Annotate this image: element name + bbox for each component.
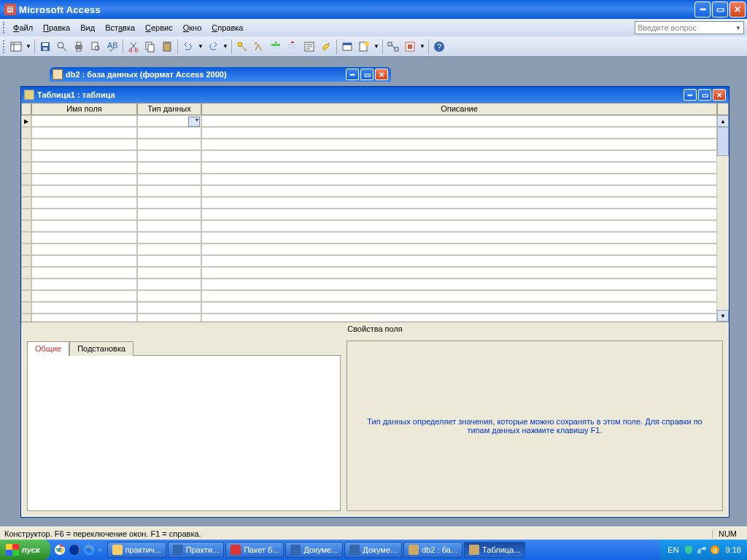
copy-button[interactable] <box>142 39 158 55</box>
taskbar-item[interactable]: Докуме... <box>344 542 402 558</box>
database-window[interactable]: db2 : база данных (формат Access 2000) ━… <box>50 67 391 82</box>
menu-edit[interactable]: Правка <box>39 21 74 34</box>
cell-fieldname[interactable] <box>31 197 137 209</box>
view-button[interactable] <box>8 39 24 55</box>
cell-fieldname[interactable] <box>31 314 137 322</box>
taskbar-item[interactable]: практич... <box>107 542 166 558</box>
taskbar-item[interactable]: db2 : ба... <box>403 542 462 558</box>
cell-fieldname[interactable] <box>31 232 137 244</box>
menu-window[interactable]: Окно <box>179 21 206 34</box>
row-selector[interactable] <box>21 220 31 232</box>
cell-datatype[interactable] <box>137 267 201 279</box>
cut-button[interactable] <box>125 39 142 55</box>
cell-fieldname[interactable] <box>31 174 137 185</box>
table-window-titlebar[interactable]: Таблица1 : таблица ━ ▭ ✕ <box>21 87 729 103</box>
row-selector[interactable] <box>21 255 31 267</box>
taskbar-item[interactable]: Докуме... <box>285 542 343 558</box>
cell-fieldname[interactable] <box>31 115 137 127</box>
taskbar-item[interactable]: Таблица... <box>464 542 525 558</box>
cell-description[interactable] <box>201 302 717 314</box>
cell-datatype[interactable] <box>137 232 201 244</box>
row-selector[interactable] <box>21 209 31 220</box>
cell-fieldname[interactable] <box>31 220 137 232</box>
help-question-box[interactable]: Введите вопрос ▼ <box>635 21 744 34</box>
cell-datatype[interactable] <box>137 115 201 127</box>
scroll-up-icon[interactable]: ▲ <box>717 115 729 127</box>
taskbar-item[interactable]: Пакет б... <box>225 542 284 558</box>
grid-row[interactable] <box>21 314 729 322</box>
cell-fieldname[interactable] <box>31 290 137 302</box>
cell-datatype[interactable] <box>137 174 201 185</box>
cell-fieldname[interactable] <box>31 302 137 314</box>
primary-key-button[interactable] <box>234 39 250 55</box>
cell-description[interactable] <box>201 197 717 209</box>
cell-datatype[interactable] <box>137 139 201 150</box>
menu-help[interactable]: Справка <box>207 21 247 34</box>
print-preview-button[interactable] <box>88 39 104 55</box>
grid-row[interactable] <box>21 197 729 209</box>
field-design-grid[interactable]: Имя поля Тип данных Описание <box>21 103 729 322</box>
row-selector[interactable] <box>21 290 31 302</box>
database-window-button[interactable] <box>339 39 355 55</box>
cell-datatype[interactable] <box>137 279 201 290</box>
build-button[interactable] <box>318 39 334 55</box>
row-selector[interactable] <box>21 267 31 279</box>
dbwin-maximize-button[interactable]: ▭ <box>360 69 374 80</box>
office-links-button[interactable] <box>402 39 418 55</box>
app-close-button[interactable]: ✕ <box>729 1 746 18</box>
office-links-dropdown-button[interactable]: ▼ <box>419 39 426 55</box>
tblwin-close-button[interactable]: ✕ <box>713 89 726 101</box>
row-selector[interactable] <box>21 162 31 174</box>
row-selector[interactable] <box>21 185 31 197</box>
redo-dropdown-button[interactable]: ▼ <box>222 39 229 55</box>
grid-row[interactable] <box>21 290 729 302</box>
cell-datatype[interactable] <box>137 197 201 209</box>
ql-ie-icon[interactable] <box>82 542 96 557</box>
start-button[interactable]: пуск <box>0 540 50 560</box>
new-object-button[interactable] <box>356 39 372 55</box>
grid-header-description[interactable]: Описание <box>201 103 717 115</box>
grid-row[interactable] <box>21 232 729 244</box>
grid-row[interactable] <box>21 150 729 162</box>
insert-rows-button[interactable] <box>268 39 284 55</box>
tray-network-icon[interactable] <box>697 545 707 555</box>
tblwin-maximize-button[interactable]: ▭ <box>698 89 711 101</box>
cell-datatype[interactable] <box>137 290 201 302</box>
row-selector[interactable] <box>21 115 31 127</box>
paste-button[interactable] <box>159 39 175 55</box>
cell-fieldname[interactable] <box>31 139 137 150</box>
row-selector[interactable] <box>21 139 31 150</box>
cell-description[interactable] <box>201 127 717 139</box>
row-selector[interactable] <box>21 279 31 290</box>
menu-service[interactable]: Сервис <box>141 21 177 34</box>
cell-description[interactable] <box>201 279 717 290</box>
grid-row[interactable] <box>21 267 729 279</box>
cell-datatype[interactable] <box>137 127 201 139</box>
menu-view[interactable]: Вид <box>76 21 99 34</box>
help-button[interactable]: ? <box>431 39 447 55</box>
cell-description[interactable] <box>201 255 717 267</box>
menu-insert[interactable]: Вставка <box>101 21 139 34</box>
tray-shield-icon[interactable] <box>684 545 694 555</box>
cell-fieldname[interactable] <box>31 209 137 220</box>
cell-datatype[interactable] <box>137 209 201 220</box>
scroll-down-icon[interactable]: ▼ <box>717 310 729 322</box>
cell-fieldname[interactable] <box>31 279 137 290</box>
grid-row[interactable] <box>21 244 729 255</box>
cell-fieldname[interactable] <box>31 267 137 279</box>
cell-datatype[interactable] <box>137 150 201 162</box>
row-selector[interactable] <box>21 314 31 322</box>
grid-row[interactable] <box>21 279 729 290</box>
cell-fieldname[interactable] <box>31 255 137 267</box>
cell-datatype[interactable] <box>137 255 201 267</box>
cell-description[interactable] <box>201 185 717 197</box>
grid-header-datatype[interactable]: Тип данных <box>137 103 201 115</box>
cell-fieldname[interactable] <box>31 162 137 174</box>
row-selector[interactable] <box>21 150 31 162</box>
print-button[interactable] <box>71 39 87 55</box>
tray-language[interactable]: EN <box>666 545 680 554</box>
grid-row[interactable] <box>21 185 729 197</box>
cell-datatype[interactable] <box>137 244 201 255</box>
tray-clock[interactable]: 9:18 <box>723 545 741 554</box>
cell-description[interactable] <box>201 115 717 127</box>
